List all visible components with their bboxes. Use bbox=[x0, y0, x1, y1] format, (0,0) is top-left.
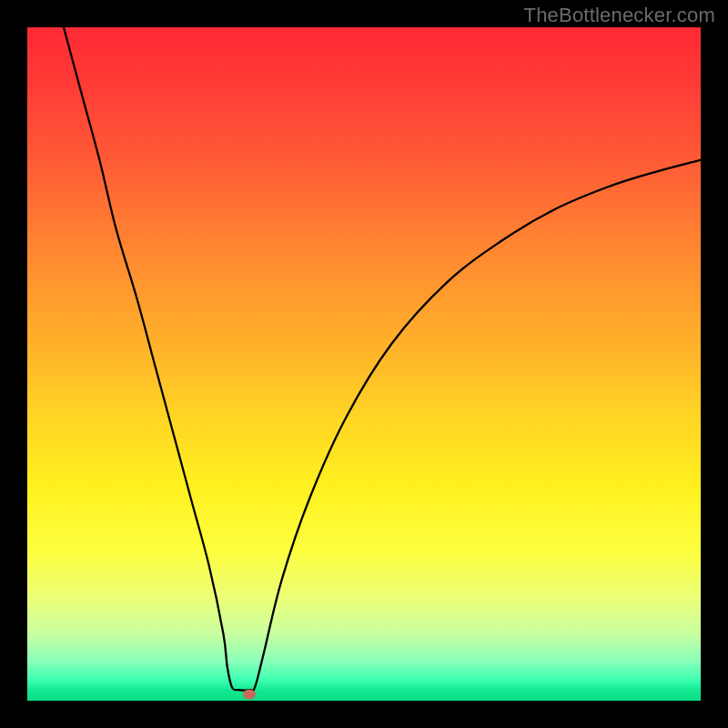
chart-frame: TheBottlenecker.com bbox=[0, 0, 728, 728]
bottleneck-curve bbox=[64, 27, 701, 691]
curve-svg bbox=[27, 27, 701, 701]
watermark-text: TheBottlenecker.com bbox=[524, 4, 715, 27]
plot-area bbox=[27, 27, 701, 701]
minimum-marker bbox=[243, 689, 256, 699]
